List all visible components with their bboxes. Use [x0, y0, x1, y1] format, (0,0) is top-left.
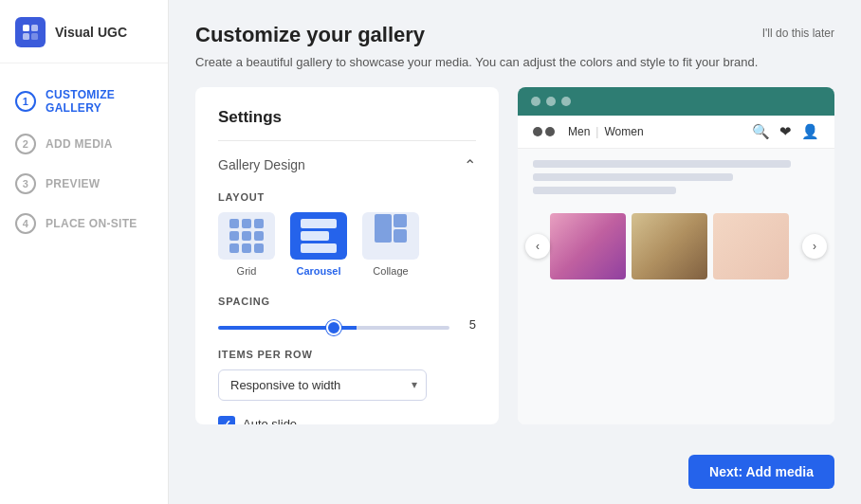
preview-logo-dot-1	[533, 127, 542, 136]
preview-logo-dots	[533, 127, 555, 136]
browser-dot-2	[546, 97, 556, 106]
bottom-bar: Next: Add media	[169, 443, 861, 504]
layout-option-collage[interactable]: Collage	[362, 212, 419, 277]
nav-label-customize: CUSTOMIZE GALLERY	[46, 88, 153, 115]
browser-bar	[518, 87, 834, 116]
preview-logo-dot-2	[545, 127, 555, 136]
grid-dots	[229, 219, 264, 253]
carousel-icon-box	[290, 212, 347, 260]
nav-label-add-media: ADD MEDIA	[46, 137, 113, 151]
spacing-slider-container	[218, 316, 449, 333]
preview-panel: Men | Women 🔍 ❤ 👤	[518, 87, 834, 425]
nav-label-preview: PREVIEW	[46, 177, 100, 190]
nav-link-men: Men	[568, 125, 590, 138]
spacing-row: 5	[218, 316, 476, 333]
preview-nav-left: Men | Women	[533, 125, 644, 138]
sidebar: Visual UGC 1 CUSTOMIZE GALLERY 2 ADD MED…	[0, 0, 169, 504]
nav-label-place-on-site: PLACE ON-SITE	[46, 217, 137, 230]
sidebar-item-place-on-site[interactable]: 4 PLACE ON-SITE	[0, 204, 168, 243]
next-button[interactable]: Next: Add media	[688, 455, 834, 489]
items-per-row-select[interactable]: Responsive to width 1 2 3 4	[218, 369, 427, 401]
page-subtitle: Create a beautiful gallery to showcase y…	[195, 53, 834, 72]
nav-sep: |	[595, 125, 598, 138]
preview-nav-links: Men | Women	[568, 125, 644, 138]
gallery-design-section-header: Gallery Design ⌃	[218, 156, 476, 174]
settings-panel: Settings Gallery Design ⌃ LAYOUT	[195, 87, 499, 425]
collage-label: Collage	[373, 265, 408, 277]
app-name: Visual UGC	[55, 25, 127, 40]
text-line-2	[533, 173, 733, 181]
nav-num-2: 2	[15, 134, 36, 154]
heart-icon[interactable]: ❤	[779, 123, 792, 140]
content-area: Settings Gallery Design ⌃ LAYOUT	[195, 87, 834, 425]
nav-num-3: 3	[15, 173, 36, 194]
grid-label: Grid	[237, 265, 257, 277]
auto-slide-checkbox[interactable]: ✓	[218, 416, 235, 425]
items-per-row-select-wrapper: Responsive to width 1 2 3 4 ▾	[218, 369, 427, 401]
carousel-label: Carousel	[296, 265, 340, 277]
svg-rect-3	[31, 33, 38, 40]
chevron-up-icon[interactable]: ⌃	[464, 156, 476, 174]
search-icon[interactable]: 🔍	[752, 123, 770, 140]
carousel-next-button[interactable]: ›	[802, 234, 827, 259]
text-line-1	[533, 160, 791, 168]
svg-rect-2	[23, 33, 29, 40]
svg-rect-1	[31, 25, 38, 31]
carousel-preview: ‹ ›	[518, 213, 834, 279]
sidebar-logo: Visual UGC	[0, 0, 168, 63]
text-line-3	[533, 187, 676, 194]
collage-icon-box	[362, 212, 419, 260]
account-icon[interactable]: 👤	[801, 123, 819, 140]
auto-slide-row: ✓ Auto slide	[218, 416, 476, 425]
items-per-row-section: ITEMS PER ROW Responsive to width 1 2 3 …	[218, 349, 476, 401]
preview-text-lines	[518, 149, 834, 206]
nav-num-1: 1	[15, 91, 36, 112]
preview-nav-icons: 🔍 ❤ 👤	[752, 123, 819, 140]
page-title: Customize your gallery	[195, 23, 425, 47]
carousel-bars	[301, 219, 337, 253]
items-per-row-label: ITEMS PER ROW	[218, 349, 476, 360]
svg-rect-0	[23, 25, 29, 31]
layout-section: LAYOUT Grid	[218, 191, 476, 277]
browser-dot-1	[531, 97, 540, 106]
spacing-section: SPACING 5	[218, 296, 476, 333]
logo-icon	[15, 17, 46, 47]
sidebar-item-add-media[interactable]: 2 ADD MEDIA	[0, 124, 168, 164]
checkbox-check-icon: ✓	[222, 419, 231, 425]
collage-grid	[375, 214, 407, 258]
sidebar-item-customize-gallery[interactable]: 1 CUSTOMIZE GALLERY	[0, 79, 168, 124]
grid-icon-box	[218, 212, 275, 260]
settings-title: Settings	[218, 108, 476, 127]
carousel-prev-button[interactable]: ‹	[525, 234, 550, 259]
gallery-design-label: Gallery Design	[218, 157, 305, 172]
layout-option-grid[interactable]: Grid	[218, 212, 275, 277]
do-later-link[interactable]: I'll do this later	[762, 27, 834, 40]
page-header: Customize your gallery I'll do this late…	[195, 23, 834, 72]
nav-link-women: Women	[604, 125, 643, 138]
spacing-label: SPACING	[218, 296, 476, 307]
nav-num-4: 4	[15, 213, 36, 234]
carousel-images	[550, 213, 802, 279]
layout-label: LAYOUT	[218, 191, 476, 203]
spacing-slider[interactable]	[218, 326, 449, 330]
preview-nav: Men | Women 🔍 ❤ 👤	[518, 116, 834, 149]
layout-options: Grid Carousel	[218, 212, 476, 277]
layout-option-carousel[interactable]: Carousel	[290, 212, 347, 277]
nav-menu: 1 CUSTOMIZE GALLERY 2 ADD MEDIA 3 PREVIE…	[0, 63, 168, 259]
carousel-image-3	[713, 213, 789, 279]
divider	[218, 140, 476, 141]
sidebar-item-preview[interactable]: 3 PREVIEW	[0, 164, 168, 204]
preview-content: Men | Women 🔍 ❤ 👤	[518, 116, 834, 425]
carousel-image-2	[632, 213, 707, 279]
auto-slide-label: Auto slide	[243, 417, 297, 424]
spacing-value: 5	[461, 317, 476, 332]
browser-dot-3	[561, 97, 571, 106]
carousel-image-1	[550, 213, 626, 279]
